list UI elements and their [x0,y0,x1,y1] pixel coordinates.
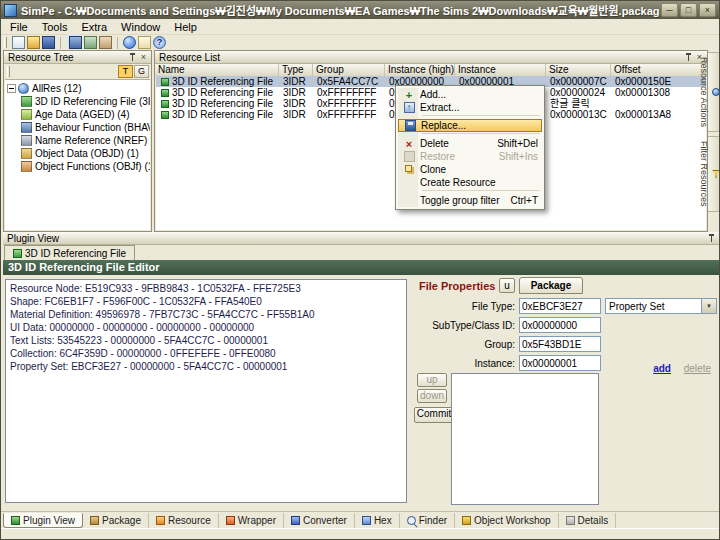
commit-button[interactable]: Commit [414,407,454,423]
extract-icon[interactable] [84,36,97,49]
side-tab-resource-actions[interactable]: Resource Actions [708,52,720,132]
tree-node-nref[interactable]: Name Reference (NREF) (1) [5,134,150,147]
cell-type: 3IDR [280,109,314,120]
plugin-view-tab-icon [11,516,20,525]
tab-label: Resource [168,515,211,526]
tree-node-allres[interactable]: AllRes (12) [5,82,150,95]
toolbar-separator [117,37,118,49]
context-menu-item-delete[interactable]: Delete Shift+Del [398,137,542,150]
tree-node-label: Age Data (AGED) (4) [35,109,129,120]
reference-line[interactable]: Collection: 6C4F359D - 00000000 - 0FFEFE… [10,347,402,360]
menu-item-label: Replace... [421,120,466,131]
resource-tree-panel: Resource Tree T G AllRes (12) 3D ID Refe… [3,50,152,232]
save-package-icon[interactable] [42,36,55,49]
tab-resource[interactable]: Resource [149,513,219,528]
maximize-button[interactable]: □ [680,3,697,17]
menu-separator [422,133,540,136]
save-all-icon[interactable] [69,36,82,49]
toolbar-grip[interactable] [4,37,7,48]
tab-label: Finder [419,515,447,526]
3idr-icon [21,96,32,107]
pin-icon[interactable] [127,52,138,63]
menu-item-label: Restore [420,151,455,162]
tab-converter[interactable]: Converter [284,513,355,528]
context-menu-item-add[interactable]: Add... [398,88,542,101]
group-input[interactable] [519,336,601,352]
column-header-offset[interactable]: Offset [611,64,707,76]
tree-toolbar-grip[interactable] [7,66,10,77]
context-menu-item-replace[interactable]: Replace... [398,119,542,132]
cell-offset: 0x00001308 [612,87,706,98]
tab-object-workshop[interactable]: Object Workshop [455,513,559,528]
pin-icon[interactable] [706,233,717,244]
collapse-icon[interactable] [7,84,16,93]
reference-line[interactable]: Material Definition: 49596978 - 7FB7C73C… [10,308,402,321]
mail-icon[interactable] [138,36,151,49]
instance-input[interactable] [519,355,601,371]
context-menu-item-restore: Restore Shift+Ins [398,150,542,163]
sort-by-group-button[interactable]: G [134,65,149,78]
context-menu-item-extract[interactable]: Extract... [398,101,542,114]
context-menu-item-create-resource[interactable]: Create Resource [398,176,542,189]
tree-node-3idr[interactable]: 3D ID Referencing File (3IDR) (4) [5,95,150,108]
reference-line[interactable]: Shape: FC6EB1F7 - F596F00C - 1C0532FA - … [10,295,402,308]
u-button[interactable]: u [499,278,515,293]
package-tab-icon [90,516,99,525]
menu-window[interactable]: Window [114,20,167,34]
file-type-input[interactable] [519,298,601,314]
side-tab-strip: Resource Actions Filter Resources [708,50,720,232]
reference-line[interactable]: UI Data: 00000000 - 00000000 - 00000000 … [10,321,402,334]
file-type-dropdown[interactable]: Property Set [605,298,717,314]
minimize-button[interactable]: ─ [661,3,678,17]
new-document-icon[interactable] [12,36,25,49]
column-header-name[interactable]: Name [155,64,279,76]
column-header-type[interactable]: Type [279,64,313,76]
tab-finder[interactable]: Finder [400,513,455,528]
cell-group: 0xFFFFFFFF [314,87,386,98]
context-menu-item-toggle-group-filter[interactable]: Toggle group filter Ctrl+T [398,194,542,207]
tree-node-bhav[interactable]: Behaviour Function (BHAV) (1) [5,121,150,134]
package-button[interactable]: Package [519,277,583,294]
column-header-size[interactable]: Size [546,64,611,76]
side-tab-filter-resources[interactable]: Filter Resources [708,136,720,212]
side-tab-label: Resource Actions [699,57,709,127]
add-link[interactable]: add [653,363,671,374]
context-menu-item-clone[interactable]: Clone [398,163,542,176]
sort-by-type-button[interactable]: T [118,65,133,78]
cell-size: 한글 클릭 [547,98,612,109]
web-icon[interactable] [123,36,136,49]
chevron-down-icon[interactable] [701,299,716,313]
tab-wrapper[interactable]: Wrapper [219,513,284,528]
tab-package[interactable]: Package [83,513,149,528]
subtype-input[interactable] [519,317,601,333]
details-tab-icon [566,516,575,525]
close-panel-icon[interactable] [138,52,149,63]
tab-3d-id-referencing-file[interactable]: 3D ID Referencing File [4,245,135,260]
menu-file[interactable]: File [3,20,35,34]
tab-plugin-view[interactable]: Plugin View [3,513,83,528]
reference-line[interactable]: Text Lists: 53545223 - 00000000 - 5FA4CC… [10,334,402,347]
tree-node-objd[interactable]: Object Data (OBJD) (1) [5,147,150,160]
column-header-instance-high[interactable]: Instance (high) [385,64,455,76]
reference-line[interactable]: Resource Node: E519C933 - 9FBB9843 - 1C0… [10,282,402,295]
menu-help[interactable]: Help [167,20,204,34]
tree-node-label: 3D ID Referencing File (3IDR) (4) [35,96,150,107]
pin-icon[interactable] [683,52,694,63]
tree-node-aged[interactable]: Age Data (AGED) (4) [5,108,150,121]
menu-tools[interactable]: Tools [35,20,75,34]
reference-listbox[interactable]: Resource Node: E519C933 - 9FBB9843 - 1C0… [5,279,407,503]
column-header-group[interactable]: Group [313,64,385,76]
open-package-icon[interactable] [27,36,40,49]
tab-details[interactable]: Details [559,513,617,528]
item-listbox[interactable] [451,373,599,505]
menu-extra[interactable]: Extra [74,20,114,34]
window-title: SimPe - C:₩Documents and Settings₩김진성₩My… [21,2,659,18]
import-icon[interactable] [99,36,112,49]
tree-node-objf[interactable]: Object Functions (OBJf) (1) [5,160,150,173]
column-header-instance[interactable]: Instance [455,64,546,76]
file-properties-title: File Properties [419,280,495,292]
help-icon[interactable] [153,36,166,49]
close-button[interactable]: × [699,3,716,17]
tab-hex[interactable]: Hex [355,513,400,528]
reference-line[interactable]: Property Set: EBCF3E27 - 00000000 - 5FA4… [10,360,402,373]
